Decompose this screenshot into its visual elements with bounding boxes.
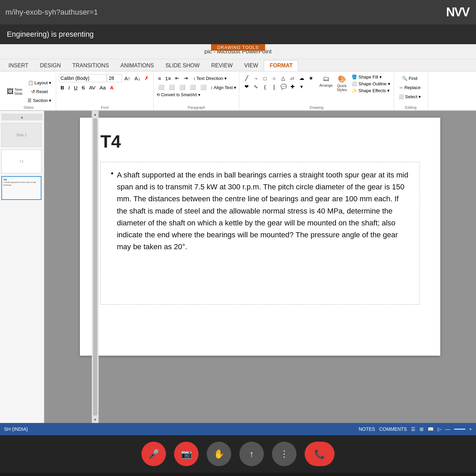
- normal-view-button[interactable]: ☰: [411, 426, 415, 432]
- camera-off-button[interactable]: 📷: [174, 442, 199, 466]
- font-case-button[interactable]: Aa: [98, 83, 107, 91]
- slide-content-text: A shaft supported at the ends in ball be…: [117, 169, 409, 253]
- increase-font-button[interactable]: A↑: [123, 74, 132, 82]
- scroll-bottom-arrow[interactable]: ▼: [92, 416, 99, 423]
- convert-smartart-button[interactable]: ⟲ Convert to SmartArt ▾: [156, 92, 200, 97]
- section-button[interactable]: ☰ Section ▾: [26, 96, 53, 104]
- shape-curve[interactable]: ∿: [251, 83, 260, 91]
- zoom-out-button[interactable]: —: [445, 426, 450, 432]
- notes-button[interactable]: NOTES: [359, 426, 375, 432]
- scroll-thumb[interactable]: [93, 118, 97, 415]
- hand-raise-button[interactable]: ✋: [207, 442, 231, 466]
- bullet-list-button[interactable]: ≡: [156, 74, 163, 82]
- tab-review[interactable]: REVIEW: [205, 60, 238, 71]
- decrease-indent-button[interactable]: ⇤: [173, 74, 181, 82]
- bold-button[interactable]: B: [59, 83, 66, 91]
- ribbon-content: 🖼 NewSlide 📋 Layout ▾ ↺ Reset ☰ Section …: [0, 71, 476, 111]
- tab-animations[interactable]: ANIMATIONS: [115, 60, 159, 71]
- slide-thumb-active[interactable]: T4 A shaft supported at the ends in ball…: [1, 176, 41, 200]
- ribbon-group-font: A↑ A↓ ✗ B I U S AV Aa A Font: [56, 73, 154, 110]
- select-button[interactable]: ⬜ Select ▾: [397, 92, 423, 101]
- tab-slideshow[interactable]: SLIDE SHOW: [160, 60, 205, 71]
- end-call-icon: 📞: [314, 449, 325, 459]
- mute-icon: 🎤: [148, 449, 159, 459]
- shape-line[interactable]: ╱: [242, 74, 251, 82]
- shape-brace[interactable]: {: [260, 83, 269, 91]
- character-spacing-button[interactable]: AV: [87, 83, 97, 91]
- scroll-up-arrow[interactable]: ▲: [1, 114, 42, 120]
- screen-share-icon: ↑: [250, 449, 254, 459]
- slide-thumb-2[interactable]: T4: [1, 150, 41, 173]
- more-dots-icon: ⋮: [280, 449, 289, 459]
- align-text-button[interactable]: ↕ Align Text ▾: [210, 85, 236, 90]
- strikethrough-button[interactable]: S: [80, 83, 87, 91]
- align-right-button[interactable]: ⬜: [177, 83, 187, 91]
- slideshow-button[interactable]: ▷: [438, 426, 441, 432]
- screen-share-button[interactable]: ↑: [239, 442, 264, 466]
- new-slide-button[interactable]: 🖼 NewSlide: [4, 86, 25, 97]
- slide-sorter-button[interactable]: ⊞: [420, 426, 424, 432]
- shape-tri[interactable]: △: [279, 74, 288, 82]
- shape-callout[interactable]: 💬: [279, 83, 288, 91]
- main-slide: T4 • A shaft supported at the ends in ba…: [80, 118, 440, 356]
- font-name-input[interactable]: [59, 74, 106, 82]
- shape-plus[interactable]: ✚: [288, 83, 297, 91]
- shape-more[interactable]: ▾: [297, 83, 306, 91]
- underline-button[interactable]: U: [72, 83, 79, 91]
- shape-outline-button[interactable]: ⬜ Shape Outline ▾: [351, 81, 391, 87]
- end-call-button[interactable]: 📞: [305, 442, 335, 466]
- numbered-list-button[interactable]: 1≡: [164, 74, 173, 82]
- shape-para[interactable]: ▱: [288, 74, 297, 82]
- tab-format[interactable]: FORMAT: [264, 60, 298, 71]
- arrange-button[interactable]: 🗂 Arrange: [318, 74, 334, 88]
- shape-star[interactable]: ★: [306, 74, 315, 82]
- more-options-button[interactable]: ⋮: [272, 442, 296, 466]
- tab-design[interactable]: DESIGN: [34, 60, 66, 71]
- ribbon-group-drawing: ╱ → □ ○ △ ▱ ☁ ★ ❤ ∿ { [ 💬 ✚ ▾: [239, 73, 394, 110]
- scroll-top-arrow[interactable]: ▲: [92, 111, 99, 118]
- shape-bracket[interactable]: [: [270, 83, 278, 91]
- shape-arrow[interactable]: →: [251, 74, 260, 82]
- align-center-button[interactable]: ⬜: [167, 83, 177, 91]
- presenter-bar: Engineering) is presenting: [0, 24, 476, 44]
- reset-button[interactable]: ↺ Reset: [26, 87, 53, 96]
- shape-rect[interactable]: □: [260, 74, 269, 82]
- statusbar-left: SH (INDIA): [4, 426, 28, 432]
- reading-view-button[interactable]: 📖: [428, 426, 434, 432]
- zoom-in-button[interactable]: +: [469, 426, 472, 432]
- decrease-font-button[interactable]: A↓: [133, 74, 142, 82]
- zoom-slider[interactable]: ━━━━: [454, 426, 465, 432]
- mute-button[interactable]: 🎤: [141, 442, 166, 466]
- find-button[interactable]: 🔍 Find: [397, 74, 423, 82]
- columns-button[interactable]: ⬜: [199, 83, 208, 91]
- slide-thumb-wrapper-active: 3 T4 A shaft supported at the ends in ba…: [1, 176, 42, 200]
- replace-button[interactable]: ↔ Replace: [397, 83, 423, 91]
- shape-fill-button[interactable]: 🪣 Shape Fill ▾: [351, 74, 391, 80]
- slide-content-box[interactable]: • A shaft supported at the ends in ball …: [100, 162, 420, 305]
- font-group-label: Font: [56, 105, 153, 109]
- shape-cloud[interactable]: ☁: [297, 74, 306, 82]
- shape-heart[interactable]: ❤: [242, 83, 251, 91]
- align-left-button[interactable]: ⬜: [156, 83, 166, 91]
- font-color-button[interactable]: A: [108, 83, 115, 91]
- clear-format-button[interactable]: ✗: [143, 74, 151, 82]
- browser-url: m/ihy-exob-syh?authuser=1: [5, 8, 98, 17]
- vertical-scrollbar[interactable]: ▲ ▼: [92, 111, 99, 423]
- italic-button[interactable]: I: [67, 83, 71, 91]
- shape-oval[interactable]: ○: [270, 74, 278, 82]
- layout-button[interactable]: 📋 Layout ▾: [26, 79, 53, 87]
- text-direction-button[interactable]: ↕ Text Direction ▾: [193, 76, 227, 81]
- slide-thumb-1[interactable]: Slide 1: [1, 123, 41, 147]
- tab-transitions[interactable]: TRANSITIONS: [67, 60, 115, 71]
- font-size-input[interactable]: [107, 74, 122, 82]
- paragraph-row-2: ⬜ ⬜ ⬜ ⬜ ⬜ ↕ Align Text ▾: [156, 83, 236, 91]
- comments-button[interactable]: COMMENTS: [379, 426, 407, 432]
- tab-insert[interactable]: INSERT: [3, 60, 34, 71]
- increase-indent-button[interactable]: ⇥: [182, 74, 190, 82]
- shape-effects-button[interactable]: ✨ Shape Effects ▾: [351, 88, 391, 94]
- slide-thumb-wrapper-2: 2 T4: [1, 150, 42, 173]
- quick-styles-label: QuickStyles: [337, 84, 347, 92]
- tab-view[interactable]: VIEW: [238, 60, 264, 71]
- justify-button[interactable]: ⬜: [188, 83, 198, 91]
- quick-styles-button[interactable]: 🎨 QuickStyles: [335, 74, 348, 92]
